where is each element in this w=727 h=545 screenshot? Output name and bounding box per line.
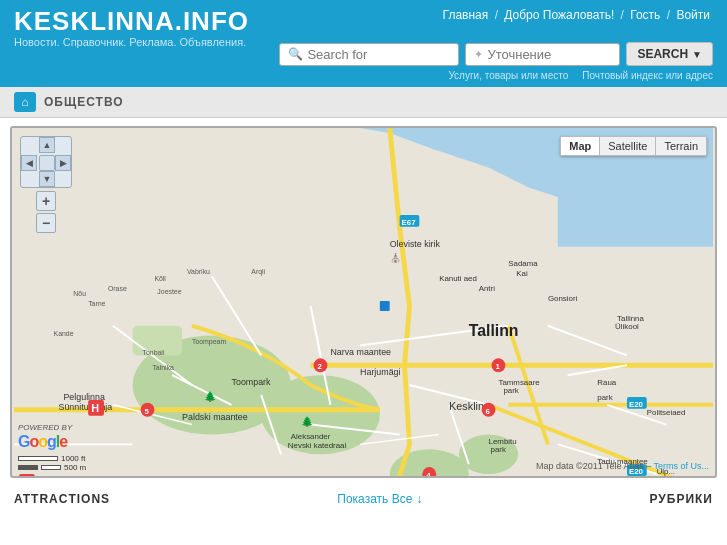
svg-text:Sadama: Sadama [508,259,538,268]
svg-text:Talnika: Talnika [152,364,174,371]
pan-center-button[interactable] [39,155,55,171]
home-button[interactable]: ⌂ [14,92,36,112]
search-icon: 🔍 [288,47,303,61]
svg-text:5: 5 [145,407,150,416]
svg-text:Harjumägi: Harjumägi [360,367,400,377]
home-icon: ⌂ [21,95,28,109]
pan-right-button[interactable]: ▶ [55,155,71,171]
svg-text:6: 6 [486,407,491,416]
google-logo: Google [18,433,86,451]
footer-bar: Attractions Показать Все ↓ Рубрики [0,486,727,506]
pan-up-button[interactable]: ▲ [39,137,55,153]
svg-text:park: park [597,393,612,402]
map-svg: Tallinn Kesklinn Pelgulinna Sünnitusmaja… [12,128,715,476]
svg-text:Paldski maantee: Paldski maantee [182,412,248,422]
svg-text:Vabriku: Vabriku [187,268,210,275]
svg-text:Tallinn: Tallinn [469,322,519,339]
search-btn-arrow-icon: ▼ [692,49,702,60]
svg-text:Gonsiori: Gonsiori [548,294,578,303]
svg-text:1: 1 [495,362,500,371]
footer-show-all[interactable]: Показать Все ↓ [337,492,422,506]
search-refine-field: ✦ [465,43,620,66]
svg-text:Toompark: Toompark [232,377,272,387]
svg-text:E67: E67 [402,218,417,227]
search-hints: Услуги, товары или место Почтовый индекс… [446,70,713,81]
site-subtitle: Новости. Справочник. Реклама. Объявления… [14,36,249,48]
svg-text:Orase: Orase [108,285,127,292]
hint-refine: Почтовый индекс или адрес [582,70,713,81]
svg-text:Tonbali: Tonbali [143,349,165,356]
svg-text:Joestee: Joestee [157,288,181,295]
footer-rubrics-label: Рубрики [649,492,713,506]
svg-text:H: H [91,402,99,414]
svg-text:park: park [491,445,506,454]
svg-text:🌲: 🌲 [301,415,314,428]
site-title: KESKLINNA.INFO [14,8,249,34]
pan-left-button[interactable]: ◀ [21,155,37,171]
svg-text:Kande: Kande [54,330,74,337]
svg-text:Toompeam: Toompeam [192,338,226,346]
svg-rect-99 [380,301,390,311]
nav-welcome-link[interactable]: Добро Пожаловать! [504,8,614,22]
svg-text:Kai: Kai [516,269,528,278]
zoom-control: ▲ ▼ ◀ ▶ + − [20,136,72,234]
pan-control: ▲ ▼ ◀ ▶ [20,136,72,188]
footer-show-all-label: Показать Все [337,492,412,506]
svg-text:4: 4 [426,471,431,476]
hint-main: Услуги, товары или место [448,70,568,81]
scale-ft-label: 1000 ft [61,454,85,463]
svg-text:Kanuti aed: Kanuti aed [439,274,477,283]
svg-text:Politseiaed: Politseiaed [647,408,686,417]
map-copyright: Map data ©2011 Tele Atlas [536,461,644,471]
svg-text:Arqli: Arqli [251,268,265,276]
map-type-satellite-button[interactable]: Satellite [600,137,656,155]
pan-down-button[interactable]: ▼ [39,171,55,187]
breadcrumb-bar: ⌂ ОБЩЕСТВО [0,87,727,118]
svg-text:Tarne: Tarne [88,300,105,307]
svg-text:🌲: 🌲 [204,390,217,403]
nav-bar: Главная / Добро Пожаловать! / Гость / Во… [440,8,713,22]
zoom-in-button[interactable]: + [36,191,56,211]
svg-text:park: park [503,386,518,395]
svg-text:Nevski katedraal: Nevski katedraal [288,441,347,450]
zoom-out-button[interactable]: − [36,213,56,233]
map-type-terrain-button[interactable]: Terrain [656,137,706,155]
svg-text:Aleksander: Aleksander [291,432,331,441]
scale-m-label: 500 m [64,463,86,472]
search-button[interactable]: SEARCH ▼ [626,42,713,66]
svg-text:Antri: Antri [479,284,495,293]
refine-input[interactable] [487,47,597,62]
map-terms-link[interactable]: Terms of Us... [653,461,709,471]
nav-home-link[interactable]: Главная [443,8,489,22]
svg-text:Kõll: Kõll [154,275,166,282]
search-area: 🔍 ✦ SEARCH ▼ [279,42,713,66]
settings-icon: ✦ [474,48,483,61]
svg-text:E20: E20 [629,400,644,409]
map-data-text: Map data ©2011 Tele Atlas – Terms of Us.… [536,461,709,471]
svg-text:Oleviste kirik: Oleviste kirik [390,239,441,249]
map-type-control: Map Satellite Terrain [560,136,707,156]
search-input[interactable] [307,47,447,62]
map-type-map-button[interactable]: Map [561,137,600,155]
map-container: Tallinn Kesklinn Pelgulinna Sünnitusmaja… [10,126,717,478]
breadcrumb-label: ОБЩЕСТВО [44,95,124,109]
scale-bar: 1000 ft 500 m [18,454,86,472]
svg-text:Narva maantee: Narva maantee [330,347,391,357]
search-main-field: 🔍 [279,43,459,66]
svg-text:2: 2 [318,362,323,371]
chevron-down-icon: ↓ [416,492,422,506]
logo-area: KESKLINNA.INFO Новости. Справочник. Рекл… [14,8,249,48]
map-attribution: POWERED BY Google 1000 ft 500 m [18,423,86,472]
svg-text:Raua: Raua [597,378,616,387]
svg-text:Ülikool: Ülikool [615,322,639,331]
svg-text:⛪: ⛪ [390,252,402,264]
nav-login-link[interactable]: Войти [676,8,710,22]
svg-text:Sünnitusmaja: Sünnitusmaja [59,402,113,412]
nav-guest-link[interactable]: Гость [630,8,660,22]
footer-attractions-label: Attractions [14,492,110,506]
powered-by-label: POWERED BY [18,423,86,432]
svg-text:Nõu: Nõu [73,290,86,297]
